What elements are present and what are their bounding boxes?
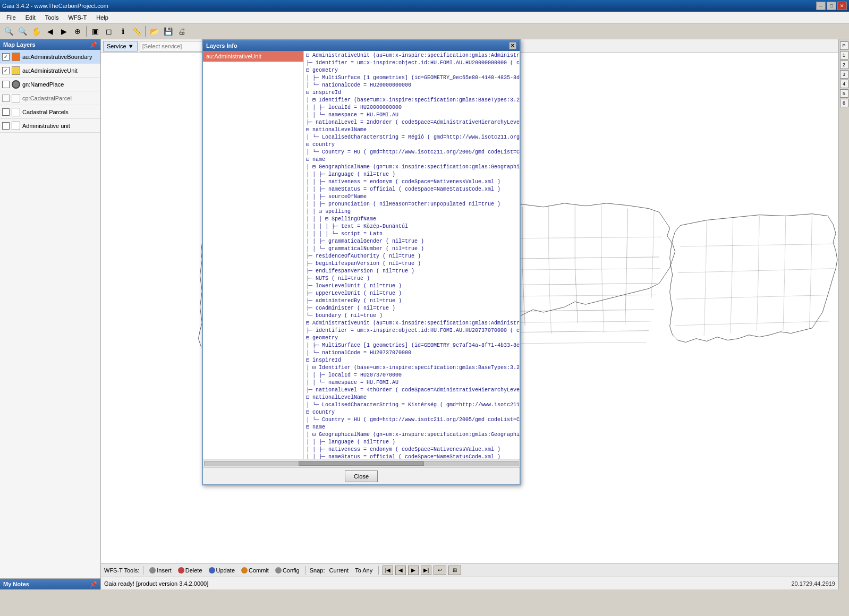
snap-current-btn[interactable]: Current	[327, 567, 351, 574]
open-btn[interactable]: 📂	[148, 25, 160, 38]
toolbar-sep-1	[86, 26, 87, 37]
layer-item-3[interactable]: cp:CadastralParcel	[0, 91, 100, 105]
layer-icon-0	[12, 53, 20, 61]
menu-file[interactable]: File	[2, 13, 20, 22]
service-dropdown[interactable]: Service ▼	[103, 41, 138, 52]
my-notes-pin-icon[interactable]: 📌	[90, 581, 97, 588]
zoom-extent-btn[interactable]: ⊕	[71, 25, 84, 38]
dialog-footer: Close	[203, 467, 520, 484]
menu-help[interactable]: Help	[92, 13, 113, 22]
title-bar: Gaia 3.4.2 - www.TheCarbonProject.com ─ …	[0, 0, 849, 12]
tree-line: │ │ │ │ └─ script = Latn	[305, 230, 519, 238]
tree-line: ├─ lowerLevelUnit ( nil=true )	[305, 283, 519, 290]
tree-line: │ ⊟ GeographicalName (gn=um:x-inspire:sp…	[305, 164, 519, 171]
tree-line: │ ⊟ Identifier (base=um:x-inspire:specif…	[305, 364, 519, 372]
layer-check-5[interactable]	[2, 122, 10, 130]
sidebar-num-2[interactable]: 2	[840, 61, 848, 69]
dialog-scrollbar-h[interactable]	[203, 459, 520, 467]
insert-btn[interactable]: Insert	[147, 567, 174, 574]
nav-prev-btn[interactable]: ◀	[395, 566, 406, 575]
layer-item-0[interactable]: ✓ au:AdministrativeBoundary	[0, 50, 100, 64]
close-window-btn[interactable]: ✕	[837, 2, 847, 10]
tree-line: │ ⊟ GeographicalName (gn=um:x-inspire:sp…	[305, 431, 519, 439]
nav-special2-btn[interactable]: ⊞	[448, 566, 461, 575]
tree-line: │ │ ├─ sourceOfName	[305, 193, 519, 201]
print-btn[interactable]: 🖨	[175, 25, 188, 38]
horizontal-scrollbar[interactable]	[204, 461, 519, 466]
identify-btn[interactable]: ℹ	[116, 25, 129, 38]
sidebar-num-p[interactable]: P	[840, 41, 848, 50]
layer-check-1[interactable]: ✓	[2, 67, 10, 74]
tree-line: └─ boundary ( nil=true )	[305, 312, 519, 320]
menu-tools[interactable]: Tools	[41, 13, 63, 22]
layer-item-5[interactable]: Administrative unit	[0, 119, 100, 133]
sidebar-num-1[interactable]: 1	[840, 51, 848, 59]
scrollbar-thumb[interactable]	[299, 461, 424, 466]
back-btn[interactable]: ◀	[44, 25, 56, 38]
commit-btn[interactable]: Commit	[239, 567, 271, 574]
tree-line: │ │ │ │ ├─ text = Közép-Dunántúl	[305, 223, 519, 230]
dialog-body: au:AdministrativeUnit ⊟ AdministrativeUn…	[203, 51, 520, 459]
config-icon	[275, 567, 282, 574]
sidebar-num-6[interactable]: 6	[840, 99, 848, 107]
tree-line: │ └─ Country = HU ( gmd=http://www.isotc…	[305, 149, 519, 156]
tree-line: │ │ ├─ grammaticalGender ( nil=true )	[305, 238, 519, 245]
main-container: Map Layers 📌 ✓ au:AdministrativeBoundary…	[0, 39, 849, 589]
layer-item-4[interactable]: Cadastral Parcels	[0, 105, 100, 119]
layer-check-4[interactable]	[2, 108, 10, 116]
delete-btn[interactable]: Delete	[176, 567, 205, 574]
menu-wfst[interactable]: WFS-T	[64, 13, 91, 22]
layer-name-1: au:AdministrativeUnit	[22, 67, 78, 74]
zoom-layer-btn[interactable]: ▣	[89, 25, 101, 38]
snap-toany-btn[interactable]: To Any	[353, 567, 375, 574]
tree-line: │ │ └─ grammaticalNumber ( nil=true )	[305, 245, 519, 253]
layer-name-3: cp:CadastralParcel	[22, 95, 72, 101]
zoom-in-btn[interactable]: 🔍	[2, 25, 15, 38]
update-btn[interactable]: Update	[207, 567, 237, 574]
tree-line: ├─ NUTS ( nil=true )	[305, 275, 519, 283]
sidebar-num-4[interactable]: 4	[840, 80, 848, 88]
tree-panel[interactable]: ⊟ AdministrativeUnit (au=um:x-inspire:sp…	[304, 51, 520, 459]
nav-next-btn[interactable]: ▶	[408, 566, 419, 575]
forward-btn[interactable]: ▶	[57, 25, 70, 38]
tree-line: │ │ ├─ localId = HU20737070000	[305, 372, 519, 379]
tree-line: ⊟ inspireId	[305, 357, 519, 364]
layers-list-panel: au:AdministrativeUnit	[203, 51, 304, 459]
commit-icon	[241, 567, 248, 574]
select-btn[interactable]: ◻	[103, 25, 115, 38]
config-btn[interactable]: Config	[273, 567, 302, 574]
insert-icon	[149, 567, 156, 574]
zoom-out-btn[interactable]: 🔍	[16, 25, 29, 38]
layers-list-item-0[interactable]: au:AdministrativeUnit	[203, 51, 303, 62]
save-btn[interactable]: 💾	[162, 25, 174, 38]
measure-btn[interactable]: 📏	[130, 25, 143, 38]
dialog-close-button[interactable]: Close	[345, 470, 378, 482]
layer-check-0[interactable]: ✓	[2, 53, 10, 61]
minimize-btn[interactable]: ─	[816, 2, 826, 10]
status-text: Gaia ready! [product version 3.4.2.0000]	[104, 580, 208, 587]
sidebar-num-3[interactable]: 3	[840, 70, 848, 79]
nav-special1-btn[interactable]: ↩	[434, 566, 446, 575]
tree-line: │ │ │ ⊟ SpellingOfName	[305, 216, 519, 223]
menu-edit[interactable]: Edit	[21, 13, 40, 22]
dialog-close-icon-btn[interactable]: ✕	[509, 42, 516, 49]
layer-check-3[interactable]	[2, 95, 10, 102]
tree-line: ├─ administeredBy ( nil=true )	[305, 297, 519, 305]
layer-item-1[interactable]: ✓ au:AdministrativeUnit	[0, 64, 100, 78]
map-layers-pin-icon[interactable]: 📌	[90, 41, 97, 48]
layer-name-2: gn:NamedPlace	[22, 81, 64, 88]
layer-check-2[interactable]	[2, 81, 10, 88]
tree-line: │ │ ├─ language ( nil=true )	[305, 171, 519, 178]
layer-icon-5	[12, 122, 20, 130]
tree-line: ⊟ AdministrativeUnit (au=um:x-inspire:sp…	[305, 320, 519, 327]
tree-line: │ └─ nationalCode = HU20737070000	[305, 349, 519, 357]
pan-btn[interactable]: ✋	[30, 25, 43, 38]
my-notes-section: My Notes 📌	[0, 578, 100, 589]
tree-line: │ │ ├─ localId = HU20000000000	[305, 104, 519, 112]
tree-line: ⊟ name	[305, 424, 519, 431]
nav-last-btn[interactable]: ▶|	[421, 566, 431, 575]
nav-first-btn[interactable]: |◀	[383, 566, 393, 575]
maximize-btn[interactable]: □	[827, 2, 836, 10]
sidebar-num-5[interactable]: 5	[840, 89, 848, 98]
layer-item-2[interactable]: gn:NamedPlace	[0, 78, 100, 91]
